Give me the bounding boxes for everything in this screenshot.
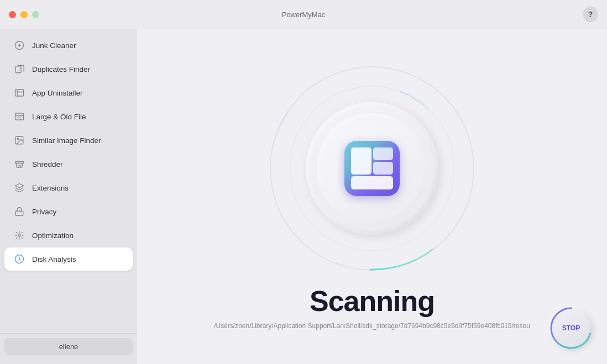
main-layout: Junk CleanerDuplicates FinderApp Uninsta… <box>0 29 607 364</box>
sidebar-label-junk-cleaner: Junk Cleaner <box>32 41 76 50</box>
sidebar-item-similar-image-finder[interactable]: Similar Image Finder <box>4 129 133 152</box>
sidebar-item-shredder[interactable]: Shredder <box>4 152 133 176</box>
disk-analysis-icon <box>13 253 25 265</box>
sidebar-label-large-old-file: Large & Old File <box>32 113 86 121</box>
optimization-icon <box>13 229 25 241</box>
app-icon <box>344 141 400 196</box>
extensions-icon <box>13 182 25 194</box>
sidebar-label-extensions: Extensions <box>32 184 69 192</box>
sidebar-label-disk-analysis: Disk Analysis <box>32 255 76 263</box>
svg-point-5 <box>17 138 18 139</box>
sidebar-label-app-uninstaller: App Uninstaller <box>32 89 83 97</box>
app-name: PowerMyMac <box>282 10 326 19</box>
similar-image-finder-icon <box>13 134 25 146</box>
svg-point-8 <box>18 234 21 237</box>
duplicates-finder-icon <box>13 63 25 75</box>
svg-rect-1 <box>15 66 21 73</box>
stop-arc <box>550 307 593 350</box>
large-old-file-icon <box>13 110 25 123</box>
inner-circle-2 <box>317 113 427 224</box>
sidebar-item-privacy[interactable]: Privacy <box>4 200 133 223</box>
inner-circle <box>306 102 438 235</box>
svg-rect-7 <box>15 211 23 215</box>
shredder-icon <box>13 158 25 170</box>
sidebar-item-duplicates-finder[interactable]: Duplicates Finder <box>4 57 133 81</box>
sidebar-label-optimization: Optimization <box>32 231 74 240</box>
scan-container: Scanning /Users/zoen/Library/Application… <box>137 29 607 364</box>
sidebar-item-disk-analysis[interactable]: Disk Analysis <box>4 247 133 271</box>
svg-rect-3 <box>15 113 24 120</box>
content-area: Scanning /Users/zoen/Library/Application… <box>137 29 607 364</box>
help-button[interactable]: ? <box>583 7 598 22</box>
privacy-icon <box>13 205 25 218</box>
scanning-path: /Users/zoen/Library/Application Support/… <box>214 322 530 330</box>
sidebar-label-privacy: Privacy <box>32 208 56 216</box>
sidebar-item-junk-cleaner[interactable]: Junk Cleaner <box>4 34 133 57</box>
maximize-button[interactable] <box>32 11 39 18</box>
sidebar-label-similar-image-finder: Similar Image Finder <box>32 136 101 145</box>
svg-rect-2 <box>15 89 24 96</box>
sidebar-label-shredder: Shredder <box>32 160 63 168</box>
junk-cleaner-icon <box>13 39 25 51</box>
traffic-lights <box>9 11 39 18</box>
sidebar-item-extensions[interactable]: Extensions <box>4 176 133 199</box>
svg-rect-6 <box>15 162 24 163</box>
sidebar-label-duplicates-finder: Duplicates Finder <box>32 65 90 73</box>
close-button[interactable] <box>9 11 16 18</box>
titlebar: PowerMyMac ? <box>0 0 607 29</box>
sidebar-item-optimization[interactable]: Optimization <box>4 224 133 247</box>
stop-button[interactable]: STOP <box>552 309 590 347</box>
sidebar-item-app-uninstaller[interactable]: App Uninstaller <box>4 81 133 104</box>
svg-point-13 <box>551 308 591 348</box>
sidebar-item-large-old-file[interactable]: Large & Old File <box>4 105 133 128</box>
sidebar-items: Junk CleanerDuplicates FinderApp Uninsta… <box>0 33 137 333</box>
minimize-button[interactable] <box>20 11 28 18</box>
user-button[interactable]: eliene <box>4 338 133 355</box>
sidebar: Junk CleanerDuplicates FinderApp Uninsta… <box>0 29 137 364</box>
app-uninstaller-icon <box>13 87 25 99</box>
stop-button-container: STOP <box>552 309 590 347</box>
sidebar-footer: eliene <box>0 333 137 360</box>
rings-container <box>267 64 477 273</box>
scanning-title: Scanning <box>310 284 435 318</box>
